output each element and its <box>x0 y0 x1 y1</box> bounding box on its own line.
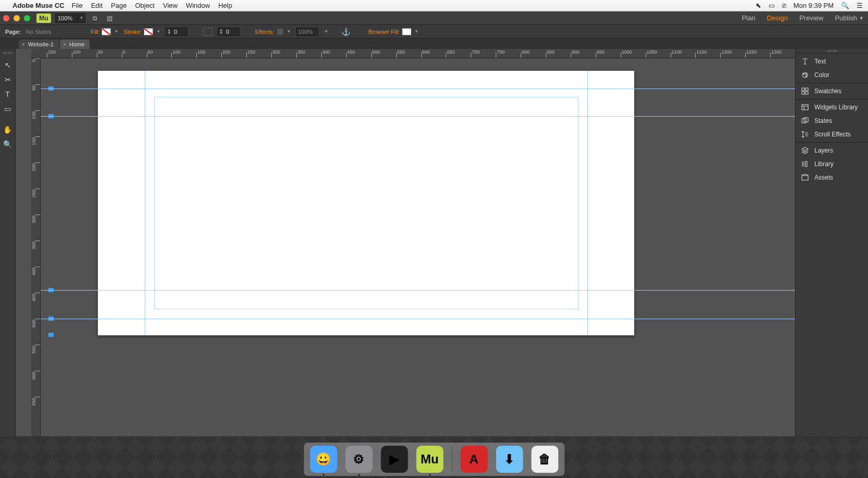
fill-dropdown-icon[interactable]: ▼ <box>114 29 118 34</box>
ruler-tick: 950 <box>596 49 621 58</box>
page-canvas[interactable] <box>98 71 634 335</box>
panel-label: Text <box>814 58 826 65</box>
anchor-icon[interactable]: ⚓ <box>342 28 350 36</box>
stroke-dropdown-icon[interactable]: ▼ <box>156 29 160 34</box>
crop-tool[interactable]: ✂ <box>2 74 14 85</box>
layers-icon <box>801 146 809 155</box>
hand-tool[interactable]: ✋ <box>2 124 14 135</box>
panel-text[interactable]: Text <box>796 55 868 68</box>
zoom-button[interactable] <box>24 15 30 21</box>
panel-handle[interactable] <box>796 49 868 53</box>
text-tool[interactable]: T <box>2 89 14 100</box>
mode-design[interactable]: Design <box>767 14 788 22</box>
mode-publish[interactable]: Publish ▼ <box>835 14 864 22</box>
stroke-swatch[interactable] <box>144 28 153 35</box>
minimize-button[interactable] <box>14 15 20 21</box>
corner-radius[interactable]: ▲▼ <box>218 28 240 36</box>
menubar-list-icon[interactable]: ☰ <box>857 2 863 9</box>
states-selector[interactable]: No States <box>26 29 51 35</box>
zoom-input[interactable] <box>56 15 78 21</box>
svg-rect-6 <box>802 92 804 94</box>
panel-assets[interactable]: Assets <box>796 171 868 184</box>
panel-handle[interactable] <box>0 52 15 55</box>
guide-line[interactable] <box>41 116 795 117</box>
opacity-dropdown-icon[interactable]: ▼ <box>324 29 329 34</box>
panel-color[interactable]: Color <box>796 68 868 82</box>
chevron-down-icon: ▼ <box>859 16 864 21</box>
zoom-tool[interactable]: 🔍 <box>2 139 14 150</box>
corner-radius-icon[interactable] <box>203 28 212 36</box>
close-icon[interactable]: × <box>22 42 25 47</box>
stroke-weight[interactable]: ▲▼ <box>166 28 187 36</box>
dock-adobe[interactable]: A <box>460 446 487 473</box>
dock-trash[interactable]: 🗑 <box>531 446 558 473</box>
page-width-icon[interactable]: ▤ <box>104 14 115 23</box>
guide-handle[interactable] <box>48 333 54 337</box>
guide-line[interactable] <box>41 89 795 89</box>
menu-view[interactable]: View <box>163 2 178 9</box>
airplay-icon[interactable]: ⎚ <box>782 2 786 9</box>
desktop: 😀⚙▶MuA⬇🗑 <box>0 436 868 478</box>
spotlight-icon[interactable]: 🔍 <box>841 2 849 9</box>
menu-edit[interactable]: Edit <box>91 2 103 9</box>
dock-finder[interactable]: 😀 <box>310 446 337 473</box>
opacity-field[interactable]: 100% <box>296 28 318 36</box>
panel-widgets-library[interactable]: Widgets Library <box>796 100 868 114</box>
fill-swatch[interactable] <box>102 28 111 35</box>
display-icon[interactable]: ▭ <box>769 2 775 9</box>
tab-website[interactable]: × Website-1 <box>19 40 59 49</box>
panel-label: Swatches <box>814 87 841 95</box>
selection-tool[interactable]: ↖ <box>2 59 14 71</box>
menu-window[interactable]: Window <box>186 2 210 9</box>
vertical-ruler[interactable]: 050100150200250300350400450500550600650 <box>31 58 41 472</box>
panel-layers[interactable]: Layers <box>796 144 868 157</box>
menu-object[interactable]: Object <box>135 2 155 9</box>
close-button[interactable] <box>3 15 9 21</box>
ruler-tick: 200 <box>31 162 40 188</box>
stepper-icon[interactable]: ▲▼ <box>218 29 224 35</box>
stepper-icon[interactable]: ▲▼ <box>166 29 172 35</box>
dock-downloads[interactable]: ⬇ <box>496 446 523 473</box>
zoom-field[interactable]: ▼ <box>55 14 85 23</box>
panel-library[interactable]: Library <box>796 157 868 171</box>
guide-line[interactable] <box>145 71 145 335</box>
zoom-dropdown-icon[interactable]: ▼ <box>78 14 85 22</box>
dock-muse[interactable]: Mu <box>416 446 443 473</box>
panel-label: Scroll Effects <box>814 131 851 138</box>
stroke-weight-input[interactable] <box>172 29 187 35</box>
menu-help[interactable]: Help <box>218 2 232 9</box>
app-name[interactable]: Adobe Muse CC <box>12 2 65 9</box>
effects-dropdown-icon[interactable]: ▼ <box>287 29 291 34</box>
horizontal-ruler[interactable]: 2001501005005010015020025030035040045050… <box>31 49 795 58</box>
new-page-icon[interactable]: ⧉ <box>90 14 100 23</box>
mode-plan[interactable]: Plan <box>742 14 756 22</box>
mode-preview[interactable]: Preview <box>799 14 823 22</box>
corner-radius-input[interactable] <box>224 29 239 35</box>
dock-evernote[interactable]: ▶ <box>381 446 408 473</box>
tab-home[interactable]: × Home <box>60 40 90 49</box>
ruler-tick: 750 <box>496 49 521 58</box>
clock[interactable]: Mon 9:39 PM <box>794 2 834 9</box>
content-frame[interactable] <box>154 97 578 309</box>
effects-swatch[interactable] <box>276 28 284 35</box>
dock-settings[interactable]: ⚙ <box>345 446 372 473</box>
menu-file[interactable]: File <box>72 2 83 9</box>
app-window: Mu ▼ ⧉ ▤ Plan Design Preview Publish ▼ P… <box>0 11 868 478</box>
cursor-icon[interactable]: ⬉ <box>756 2 761 9</box>
ruler-tick: 1200 <box>720 49 745 58</box>
browser-fill-swatch[interactable] <box>402 28 411 35</box>
close-icon[interactable]: × <box>63 42 66 47</box>
menu-page[interactable]: Page <box>111 2 127 9</box>
right-panels: TextColor Swatches Widgets LibraryStates… <box>795 49 868 478</box>
guide-line[interactable] <box>41 319 795 319</box>
canvas[interactable] <box>41 58 795 472</box>
ruler-tick: 50 <box>31 84 40 110</box>
guide-line[interactable] <box>41 290 795 291</box>
panel-states[interactable]: States <box>796 114 868 128</box>
panel-scroll-effects[interactable]: Scroll Effects <box>796 128 868 141</box>
panel-swatches[interactable]: Swatches <box>796 84 868 98</box>
browser-fill-dropdown-icon[interactable]: ▼ <box>414 29 419 34</box>
rectangle-tool[interactable]: ▭ <box>2 103 14 115</box>
guide-line[interactable] <box>587 71 588 335</box>
palette-icon <box>801 71 809 79</box>
